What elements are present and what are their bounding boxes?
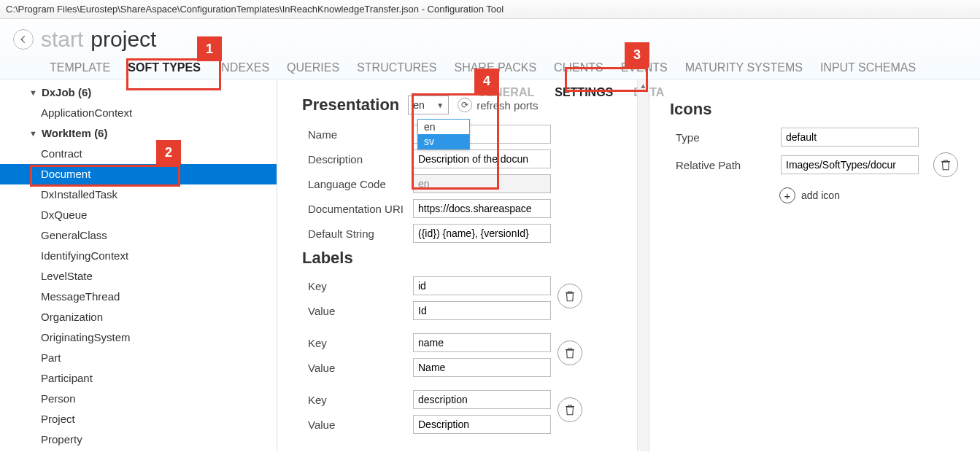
delete-label-button[interactable] [557,397,582,422]
scrollbar[interactable]: ▲ [637,79,649,451]
trash-icon [939,158,952,171]
label-value-input[interactable] [413,415,551,434]
tree-item[interactable]: MessageThread [0,287,277,307]
annotation-badge-3: 3 [625,42,649,67]
label-value-input[interactable] [413,358,551,377]
tab-maturity[interactable]: MATURITY SYSTEMS [676,57,811,79]
annotation-badge-4: 4 [474,69,499,93]
tree-group-workitem[interactable]: ▼ WorkItem (6) [0,123,277,144]
icons-panel: Icons Type Relative Path + add icon [649,79,980,451]
breadcrumb-project[interactable]: project [90,27,156,52]
tree-item[interactable]: Participant [0,368,277,389]
label-row: Key Value [302,390,634,434]
language-selected: en [413,99,425,111]
delete-label-button[interactable] [557,341,582,365]
window-title-bar: C:\Program Files\Eurostep\ShareAspace\Co… [0,0,980,19]
docuri-label: Documentation URI [302,203,413,215]
label-key-input[interactable] [413,390,551,409]
tree-item[interactable]: IdentifyingContext [0,246,277,266]
label-row: Key Value [302,333,634,377]
back-button[interactable] [13,29,34,50]
icon-type-label: Type [670,131,781,144]
lang-option-en[interactable]: en [418,120,469,134]
chevron-down-icon: ▼ [29,84,37,101]
icon-type-input[interactable] [781,128,919,147]
icon-relpath-label: Relative Path [670,159,781,171]
language-select[interactable]: en ▼ [408,96,449,114]
label-value-input[interactable] [413,301,551,320]
tree-group-dxjob[interactable]: ▼ DxJob (6) [0,82,277,103]
tree-item[interactable]: Property [0,429,277,450]
langcode-input [413,174,551,193]
content-area: ▼ DxJob (6) ApplicationContext ▼ WorkIte… [0,79,980,451]
labels-heading: Labels [302,249,634,268]
presentation-heading: Presentation [302,96,399,114]
breadcrumb: start project [13,25,967,54]
label-row: Key Value [302,276,634,320]
lang-option-sv[interactable]: sv [418,134,469,149]
annotation-badge-1: 1 [197,36,222,61]
name-label: Name [302,128,413,141]
tree-item[interactable]: Part [0,348,277,368]
chevron-down-icon: ▼ [436,101,444,109]
delete-label-button[interactable] [557,284,582,308]
default-string-label: Default String [302,227,413,240]
scroll-up-icon[interactable]: ▲ [638,79,649,91]
add-icon-button[interactable]: + add icon [670,187,965,203]
value-label: Value [302,362,413,374]
icon-relpath-input[interactable] [781,155,919,174]
presentation-panel: Presentation en ▼ ⟳ refresh ports en sv … [277,79,649,451]
icons-heading: Icons [670,100,965,119]
default-string-input[interactable] [413,224,551,243]
key-label: Key [302,394,413,406]
tree-item[interactable]: DxInstalledTask [0,184,277,205]
tree-item[interactable]: OriginatingSystem [0,327,277,348]
tree-item-document[interactable]: Document [0,164,277,184]
annotation-badge-2: 2 [156,140,181,165]
label-key-input[interactable] [413,276,551,295]
tree-item[interactable]: DxQueue [0,205,277,225]
tab-structures[interactable]: STRUCTURES [348,57,445,79]
tree-item[interactable]: Contract [0,144,277,164]
label-key-input[interactable] [413,333,551,352]
tree-item[interactable]: Role [0,450,277,451]
trash-icon [563,289,576,303]
key-label: Key [302,280,413,292]
chevron-down-icon: ▼ [29,125,37,142]
description-label: Description [302,153,413,166]
description-input[interactable] [413,149,551,168]
value-label: Value [302,305,413,317]
tree-item-app-context[interactable]: ApplicationContext [0,103,277,123]
sidebar: ▼ DxJob (6) ApplicationContext ▼ WorkIte… [0,79,277,451]
trash-icon [563,403,576,416]
trash-icon [563,346,576,359]
tab-clients[interactable]: CLIENTS [545,57,612,79]
tab-soft-types[interactable]: SOFT TYPES [119,57,209,79]
tree-item[interactable]: Person [0,389,277,409]
tree-item[interactable]: GeneralClass [0,225,277,246]
refresh-ports-button[interactable]: ⟳ refresh ports [458,98,538,112]
back-arrow-icon [18,34,28,44]
plus-icon: + [779,187,795,203]
tab-template[interactable]: TEMPLATE [41,57,119,79]
refresh-icon: ⟳ [458,98,472,112]
docuri-input[interactable] [413,199,551,218]
tab-queries[interactable]: QUERIES [278,57,348,79]
tree-item[interactable]: LevelState [0,266,277,287]
value-label: Value [302,419,413,431]
tree-item[interactable]: Project [0,409,277,429]
window-title-text: C:\Program Files\Eurostep\ShareAspace\Co… [6,4,503,15]
tab-input-schemas[interactable]: INPUT SCHEMAS [811,57,925,79]
langcode-label: Language Code [302,178,413,190]
language-dropdown: en sv [417,119,470,149]
tree-item[interactable]: Organization [0,307,277,327]
breadcrumb-start[interactable]: start [41,27,83,52]
delete-icon-button[interactable] [933,152,958,177]
key-label: Key [302,337,413,349]
